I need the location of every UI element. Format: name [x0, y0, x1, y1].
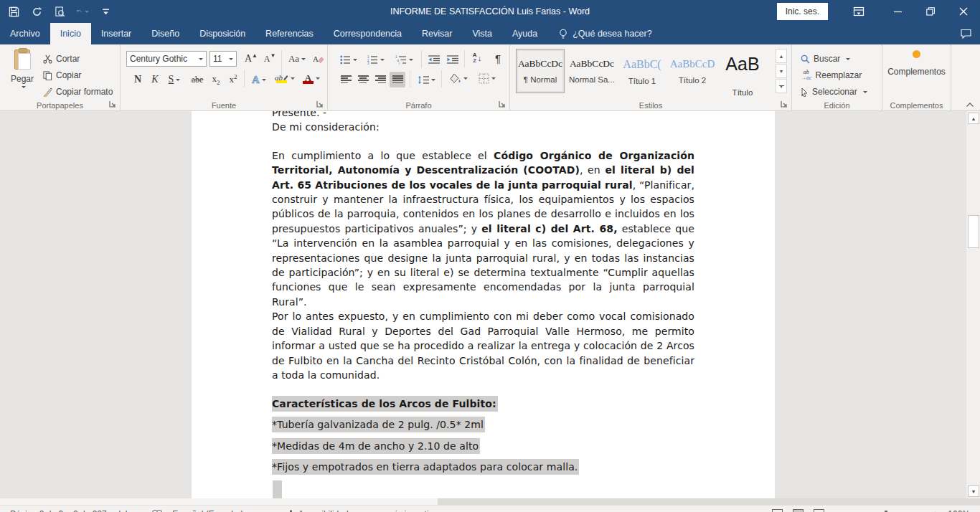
align-left-button[interactable] [338, 72, 354, 87]
styles-scroll-down-icon[interactable]: ▼ [776, 64, 787, 78]
paragraph[interactable]: De mi consideración: [272, 120, 694, 134]
shading-button[interactable] [446, 70, 471, 86]
print-layout-icon[interactable] [793, 509, 804, 512]
accessibility-status[interactable]: Accesibilidad: es necesario investigar [287, 509, 441, 512]
customize-quick-access-icon[interactable] [99, 5, 112, 18]
redo-icon[interactable] [30, 5, 43, 18]
paragraph[interactable]: Por lo antes expuesto, y en cumplimiento… [272, 309, 694, 382]
change-case-button[interactable]: Aa [286, 51, 308, 67]
zoom-level[interactable]: 100% [948, 509, 970, 512]
highlight-color-button[interactable]: ab [273, 70, 297, 86]
justify-button[interactable] [390, 72, 405, 87]
grow-font-button[interactable]: A▲ [242, 51, 260, 67]
tab-archivo[interactable]: Archivo [0, 23, 50, 44]
font-name-combo[interactable]: Century Gothic [126, 51, 207, 67]
horizontal-scrollbar[interactable] [0, 498, 980, 505]
superscript-button[interactable]: x2 [225, 72, 241, 87]
print-preview-icon[interactable] [53, 5, 66, 18]
shrink-font-button[interactable]: A▼ [261, 51, 278, 67]
style-titulo-2[interactable]: AaBbCcD Título 2 [668, 49, 717, 93]
paragraph[interactable]: En cumplimiento a lo que establece el Có… [272, 148, 694, 309]
zoom-in-icon[interactable]: + [932, 508, 938, 512]
italic-button[interactable]: K [148, 72, 162, 87]
paste-button[interactable]: Pegar [6, 48, 39, 100]
restore-button[interactable] [914, 0, 947, 23]
tab-correspondencia[interactable]: Correspondencia [324, 23, 412, 44]
strikethrough-button[interactable]: abe [188, 72, 207, 87]
tab-insertar[interactable]: Insertar [91, 23, 141, 44]
sort-button[interactable]: AZ ↓ [467, 50, 487, 66]
tab-vista[interactable]: Vista [462, 23, 502, 44]
clear-formatting-button[interactable]: A [310, 51, 326, 67]
font-size-combo[interactable]: 11 [209, 51, 237, 67]
language-indicator[interactable]: Español (Ecuador) [172, 509, 243, 512]
align-center-button[interactable] [355, 72, 371, 87]
line-spacing-button[interactable] [414, 72, 438, 87]
tell-me-box[interactable]: ¿Qué desea hacer? [547, 23, 652, 44]
tab-inicio[interactable]: Inicio [50, 23, 91, 44]
tab-referencias[interactable]: Referencias [255, 23, 324, 44]
selected-paragraph[interactable]: Características de los Arcos de Fulbito: [272, 396, 694, 410]
addins-button[interactable]: Complementos [882, 50, 951, 77]
show-formatting-marks-button[interactable]: ¶ [490, 50, 506, 66]
paragraph-dialog-launcher-icon[interactable] [499, 100, 507, 108]
styles-scroll-up-icon[interactable]: ▲ [776, 49, 787, 63]
select-button[interactable]: Seleccionar [801, 85, 867, 99]
style-normal-sa[interactable]: AaBbCcDc Normal Sa... [567, 49, 616, 93]
tab-disposicion[interactable]: Disposición [189, 23, 255, 44]
web-layout-icon[interactable] [814, 509, 824, 512]
minimize-button[interactable] [881, 0, 914, 23]
selected-paragraph[interactable]: *Fijos y empotrados en tierra adaptados … [272, 460, 694, 474]
word-count[interactable]: 2 de 337 palabras [73, 509, 142, 512]
ribbon-display-options-icon[interactable] [848, 0, 870, 23]
multilevel-list-button[interactable]: 1ai [392, 52, 415, 67]
cut-button[interactable]: Cortar [43, 52, 80, 66]
collapse-ribbon-icon[interactable] [966, 102, 974, 108]
find-button[interactable]: Buscar [801, 52, 850, 66]
bold-button[interactable]: N [131, 72, 145, 87]
font-color-button[interactable]: A [300, 70, 323, 86]
document-content[interactable]: Presente. -De mi consideración:En cumpli… [192, 111, 775, 498]
numbering-button[interactable]: 123 [365, 52, 387, 67]
replace-button[interactable]: ab→ac Reemplazar [801, 68, 862, 82]
close-button[interactable] [947, 0, 980, 23]
page-indicator[interactable]: Página 2 de 3 [10, 509, 63, 512]
scroll-up-icon[interactable]: ▲ [968, 113, 979, 124]
copy-button[interactable]: Copiar [43, 68, 81, 82]
proofing-icon[interactable] [152, 510, 162, 512]
tab-revisar[interactable]: Revisar [412, 23, 462, 44]
feedback-comment-icon[interactable] [961, 23, 980, 44]
document-page[interactable]: Presente. -De mi consideración:En cumpli… [192, 111, 775, 498]
clipboard-dialog-launcher-icon[interactable] [109, 100, 117, 108]
read-mode-icon[interactable] [772, 509, 783, 512]
vertical-scroll-thumb[interactable] [968, 215, 979, 248]
format-painter-button[interactable]: Copiar formato [43, 85, 113, 99]
bullets-button[interactable] [338, 52, 359, 67]
font-dialog-launcher-icon[interactable] [316, 100, 324, 108]
style-titulo[interactable]: AaB Título [718, 49, 767, 93]
styles-gallery-more-icon[interactable]: ▼ [776, 79, 787, 93]
styles-dialog-launcher-icon[interactable] [781, 100, 788, 108]
increase-indent-button[interactable] [444, 52, 461, 67]
vertical-scrollbar[interactable]: ▲ ▼ [966, 111, 980, 498]
horizontal-scroll-thumb[interactable] [0, 498, 438, 505]
style-normal[interactable]: AaBbCcDc ¶ Normal [516, 49, 565, 93]
zoom-out-icon[interactable]: − [834, 508, 840, 512]
scroll-down-icon[interactable]: ▼ [968, 485, 979, 497]
selected-empty-line[interactable] [273, 480, 282, 498]
text-effects-button[interactable]: A [248, 72, 270, 87]
selected-paragraph[interactable]: *Medidas de 4m de ancho y 2.10 de alto [272, 438, 694, 452]
decrease-indent-button[interactable] [425, 52, 443, 67]
save-icon[interactable] [7, 5, 20, 18]
underline-button[interactable]: S [164, 72, 185, 87]
borders-button[interactable] [474, 70, 500, 86]
paragraph[interactable]: Presente. - [272, 111, 694, 120]
subscript-button[interactable]: x2 [208, 72, 224, 87]
undo-icon[interactable] [76, 5, 89, 18]
tab-ayuda[interactable]: Ayuda [502, 23, 547, 44]
sign-in-button[interactable]: Inic. ses. [777, 3, 828, 20]
selected-paragraph[interactable]: *Tubería galvanizada de 2 pulg. /0.5* 2m… [272, 417, 694, 432]
tab-diseno[interactable]: Diseño [141, 23, 189, 44]
align-right-button[interactable] [372, 72, 388, 87]
style-titulo-1[interactable]: AaBbC( Título 1 [618, 49, 666, 93]
